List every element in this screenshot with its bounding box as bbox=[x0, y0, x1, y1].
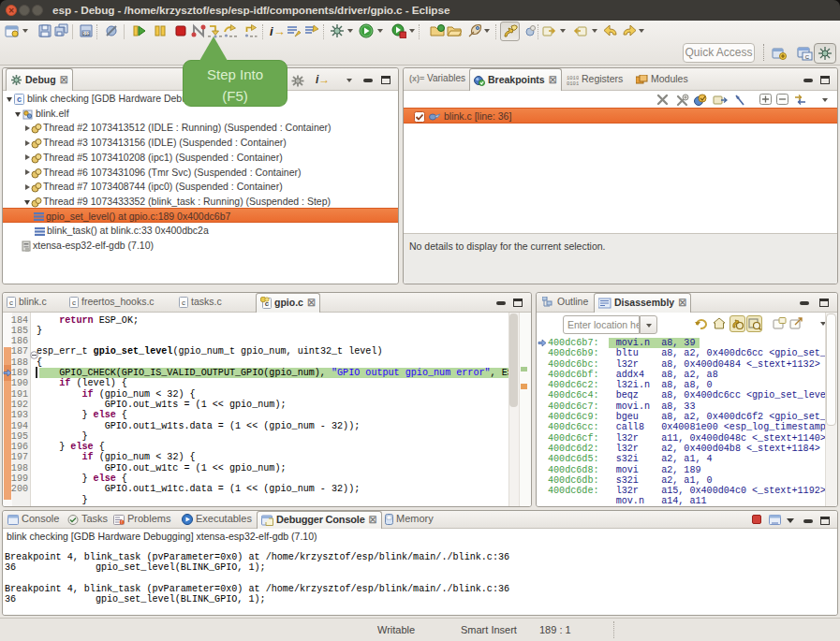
svg-text:0101: 0101 bbox=[567, 80, 579, 86]
svg-text:C: C bbox=[805, 54, 810, 60]
svg-text:c: c bbox=[9, 299, 13, 307]
svg-text:010: 010 bbox=[82, 32, 90, 36]
svg-text:c: c bbox=[17, 95, 22, 104]
svg-text:c: c bbox=[72, 299, 76, 307]
svg-text:c: c bbox=[182, 299, 185, 307]
svg-text:!: ! bbox=[121, 519, 122, 525]
